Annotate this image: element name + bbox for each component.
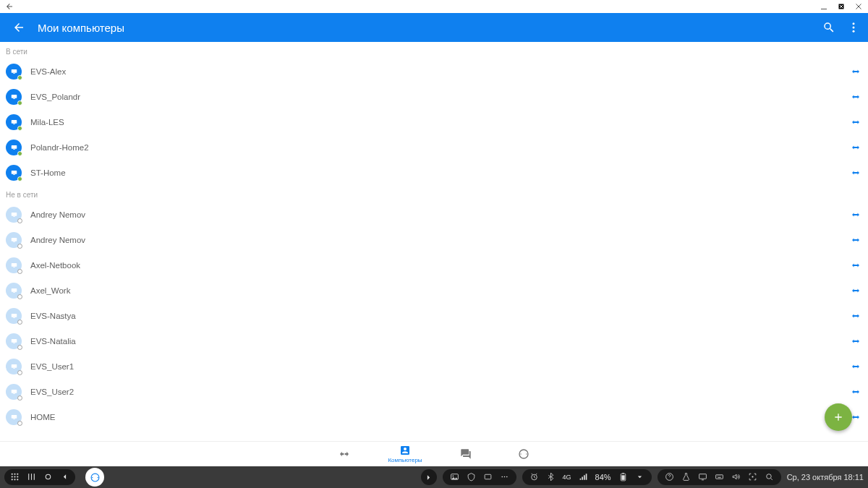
- computer-name: EVS_User2: [30, 388, 849, 396]
- computer-row[interactable]: ST-Home: [0, 160, 868, 185]
- computer-icon: [6, 308, 22, 324]
- back-nav-icon[interactable]: [60, 472, 69, 483]
- lab-icon[interactable]: [681, 472, 691, 483]
- computer-row[interactable]: Mila-LES: [0, 109, 868, 134]
- svg-rect-21: [11, 288, 17, 292]
- svg-point-62: [766, 474, 771, 479]
- computer-row[interactable]: HOME: [0, 404, 868, 429]
- connect-button[interactable]: [849, 141, 862, 154]
- svg-rect-19: [11, 263, 17, 267]
- taskbar-nav-pill: [4, 469, 75, 485]
- connect-button[interactable]: [849, 116, 862, 129]
- nav-chat[interactable]: [451, 448, 480, 460]
- computer-icon: [6, 384, 22, 400]
- computer-row[interactable]: Axel_Work: [0, 278, 868, 303]
- svg-rect-12: [13, 149, 15, 150]
- computer-icon: [6, 409, 22, 425]
- connect-button[interactable]: [849, 208, 862, 221]
- window-minimize-button[interactable]: [819, 1, 829, 12]
- screenshot-icon[interactable]: [748, 472, 757, 483]
- computer-name: Andrey Nemov: [30, 236, 849, 244]
- status-offline-icon: [17, 320, 22, 325]
- taskbar-clock[interactable]: Ср, 23 октября 18:11: [787, 473, 864, 481]
- search-sys-icon[interactable]: [765, 472, 774, 483]
- svg-point-38: [14, 476, 15, 477]
- status-offline-icon: [17, 294, 22, 299]
- computer-icon: [6, 283, 22, 299]
- connect-button[interactable]: [849, 65, 862, 78]
- add-fab-button[interactable]: [825, 403, 852, 431]
- connect-button[interactable]: [849, 234, 862, 247]
- svg-rect-44: [31, 474, 32, 480]
- connect-button[interactable]: [849, 335, 862, 348]
- system-taskbar: 4G 84% Ср, 23 октября 18:11: [0, 466, 868, 488]
- svg-point-61: [752, 476, 753, 477]
- computer-row[interactable]: Andrey Nemov: [0, 227, 868, 252]
- keyboard-icon[interactable]: [715, 472, 724, 483]
- svg-rect-26: [13, 343, 15, 343]
- svg-rect-16: [13, 216, 15, 217]
- computer-icon: [6, 333, 22, 349]
- bluetooth-icon: [546, 472, 556, 483]
- taskbar-notif-pill[interactable]: [443, 469, 516, 485]
- connect-button[interactable]: [849, 90, 862, 103]
- battery-text: 84%: [595, 473, 611, 481]
- svg-rect-18: [13, 241, 15, 242]
- status-offline-icon: [17, 218, 22, 223]
- back-button[interactable]: [10, 19, 27, 36]
- svg-rect-28: [13, 368, 15, 369]
- card-icon: [483, 472, 493, 483]
- taskbar-status-pill[interactable]: 4G 84%: [522, 469, 652, 485]
- connect-button[interactable]: [849, 309, 862, 322]
- svg-rect-56: [622, 473, 624, 474]
- svg-point-41: [14, 479, 15, 480]
- search-button[interactable]: [820, 19, 838, 36]
- volume-icon[interactable]: [731, 472, 741, 483]
- help-icon[interactable]: [665, 472, 674, 483]
- taskbar-app-teamviewer[interactable]: [85, 468, 104, 487]
- chevron-down-icon: [635, 472, 644, 483]
- connect-button[interactable]: [849, 259, 862, 272]
- svg-rect-7: [11, 95, 17, 98]
- computer-row[interactable]: EVS-Alex: [0, 59, 868, 84]
- computer-row[interactable]: EVS_Polandr: [0, 84, 868, 109]
- more-dots-icon: [500, 472, 509, 483]
- computer-name: Andrey Nemov: [30, 210, 849, 219]
- nav-computers[interactable]: Компьютеры: [388, 445, 422, 463]
- apps-grid-icon[interactable]: [10, 472, 20, 483]
- nav-computers-label: Компьютеры: [388, 457, 422, 463]
- computer-row[interactable]: EVS_User1: [0, 354, 868, 379]
- svg-rect-57: [621, 475, 624, 480]
- computer-name: Mila-LES: [30, 118, 849, 127]
- status-online-icon: [17, 151, 22, 156]
- taskbar-expand-button[interactable]: [421, 469, 437, 485]
- svg-point-35: [14, 473, 15, 474]
- nav-solutions[interactable]: [509, 448, 538, 460]
- connect-button[interactable]: [849, 360, 862, 373]
- computer-row[interactable]: EVS-Nastya: [0, 303, 868, 328]
- computer-row[interactable]: EVS-Natalia: [0, 328, 868, 354]
- nav-connect[interactable]: [330, 448, 359, 460]
- connect-button[interactable]: [849, 284, 862, 297]
- computer-name: EVS_User1: [30, 362, 849, 371]
- svg-rect-22: [13, 292, 15, 293]
- display-icon[interactable]: [698, 472, 707, 483]
- section-header-offline: Не в сети: [0, 185, 868, 202]
- computer-name: Axel_Work: [30, 286, 849, 295]
- computer-name: Polandr-Home2: [30, 143, 849, 152]
- recents-icon[interactable]: [27, 472, 36, 483]
- window-maximize-button[interactable]: [836, 1, 846, 12]
- computer-icon: [6, 114, 22, 130]
- computer-row[interactable]: Andrey Nemov: [0, 202, 868, 227]
- taskbar-tools-pill[interactable]: [658, 469, 781, 485]
- connect-button[interactable]: [849, 385, 862, 398]
- window-close-button[interactable]: [854, 1, 864, 12]
- computer-row[interactable]: Axel-Netbook: [0, 252, 868, 278]
- home-icon[interactable]: [43, 472, 53, 483]
- computer-row[interactable]: EVS_User2: [0, 379, 868, 404]
- more-menu-button[interactable]: [845, 19, 862, 36]
- computer-row[interactable]: Polandr-Home2: [0, 134, 868, 160]
- connect-button[interactable]: [849, 166, 862, 179]
- svg-rect-50: [485, 474, 491, 479]
- titlebar-back-icon[interactable]: [4, 1, 14, 12]
